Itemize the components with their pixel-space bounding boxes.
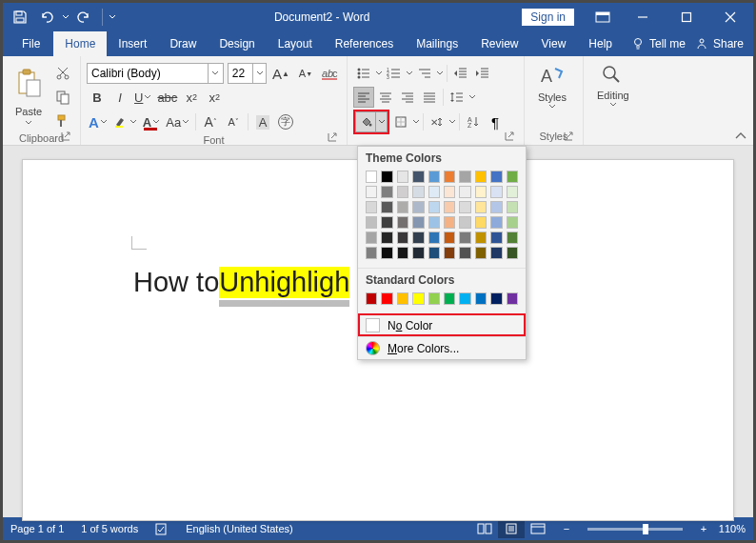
borders-button[interactable]: [390, 111, 411, 132]
save-icon[interactable]: [9, 6, 31, 29]
color-swatch[interactable]: [397, 216, 408, 229]
font-dialog-launcher[interactable]: [328, 132, 339, 144]
color-swatch[interactable]: [444, 216, 455, 229]
color-swatch[interactable]: [490, 231, 502, 244]
color-swatch[interactable]: [459, 201, 470, 213]
show-hide-button[interactable]: ¶: [485, 111, 506, 132]
color-swatch[interactable]: [428, 186, 440, 198]
shrink-font-2-button[interactable]: A˅: [223, 111, 244, 132]
clipboard-dialog-launcher[interactable]: [61, 131, 72, 143]
text-effects-button[interactable]: A: [87, 111, 109, 132]
multilevel-dropdown[interactable]: [436, 70, 444, 77]
color-swatch[interactable]: [428, 171, 440, 183]
color-swatch[interactable]: [475, 201, 487, 213]
color-swatch[interactable]: [412, 231, 424, 244]
paragraph-dialog-launcher[interactable]: [505, 131, 516, 143]
tab-design[interactable]: Design: [208, 31, 266, 56]
format-painter-button[interactable]: [52, 111, 73, 131]
font-name-combo[interactable]: Calibri (Body): [87, 63, 224, 84]
color-swatch[interactable]: [428, 231, 440, 244]
tab-mailings[interactable]: Mailings: [405, 31, 469, 56]
color-swatch[interactable]: [490, 186, 502, 198]
ribbon-display-options[interactable]: [586, 4, 620, 30]
color-swatch[interactable]: [490, 216, 502, 229]
color-swatch[interactable]: [412, 216, 424, 229]
paste-dropdown[interactable]: [25, 119, 32, 127]
minimize-button[interactable]: [622, 4, 664, 30]
zoom-in-button[interactable]: +: [696, 523, 711, 534]
tell-me[interactable]: Tell me: [631, 37, 686, 50]
italic-button[interactable]: I: [109, 87, 130, 108]
qat-customize[interactable]: [109, 13, 116, 21]
color-swatch[interactable]: [366, 231, 377, 244]
web-layout-button[interactable]: [525, 519, 551, 538]
color-swatch[interactable]: [475, 171, 487, 183]
color-swatch[interactable]: [366, 247, 377, 259]
color-swatch[interactable]: [412, 201, 424, 213]
undo-button[interactable]: [35, 6, 58, 29]
paste-button[interactable]: [11, 62, 46, 104]
line-spacing-button[interactable]: [447, 87, 468, 108]
color-swatch[interactable]: [428, 292, 440, 305]
tab-review[interactable]: Review: [469, 31, 529, 56]
multilevel-list-button[interactable]: [414, 63, 435, 84]
color-swatch[interactable]: [490, 201, 502, 213]
maximize-button[interactable]: [666, 4, 707, 30]
color-swatch[interactable]: [381, 201, 392, 213]
color-swatch[interactable]: [397, 247, 408, 259]
color-swatch[interactable]: [397, 231, 408, 244]
enclose-characters-button[interactable]: 字: [275, 111, 296, 132]
justify-button[interactable]: [419, 87, 440, 108]
color-swatch[interactable]: [507, 201, 518, 213]
color-swatch[interactable]: [428, 216, 440, 229]
color-swatch[interactable]: [475, 247, 487, 259]
tab-view[interactable]: View: [530, 31, 578, 56]
color-swatch[interactable]: [507, 186, 518, 198]
underline-button[interactable]: U: [132, 87, 153, 108]
color-swatch[interactable]: [507, 247, 518, 259]
color-swatch[interactable]: [381, 186, 392, 198]
color-swatch[interactable]: [507, 171, 518, 183]
color-swatch[interactable]: [444, 292, 455, 305]
clear-formatting-button[interactable]: abc: [320, 63, 341, 84]
tab-layout[interactable]: Layout: [267, 31, 324, 56]
color-swatch[interactable]: [459, 216, 470, 229]
sort-button[interactable]: AZ: [463, 111, 484, 132]
language-indicator[interactable]: English (United States): [186, 523, 293, 534]
color-swatch[interactable]: [490, 171, 502, 183]
no-color-item[interactable]: No Color: [358, 313, 526, 336]
color-swatch[interactable]: [412, 292, 424, 305]
zoom-level[interactable]: 110%: [719, 523, 746, 534]
increase-indent-button[interactable]: [472, 63, 493, 84]
document-text[interactable]: How to Unhighligh: [133, 267, 349, 298]
color-swatch[interactable]: [490, 247, 502, 259]
font-size-combo[interactable]: 22: [228, 63, 267, 84]
color-swatch[interactable]: [507, 231, 518, 244]
cut-button[interactable]: [52, 63, 73, 84]
character-shading-button[interactable]: A: [252, 111, 273, 132]
line-spacing-dropdown[interactable]: [468, 93, 476, 101]
print-layout-button[interactable]: [498, 519, 525, 538]
color-swatch[interactable]: [475, 186, 487, 198]
color-swatch[interactable]: [381, 292, 392, 305]
grow-font-2-button[interactable]: A˄: [200, 111, 221, 132]
color-swatch[interactable]: [459, 231, 470, 244]
word-count[interactable]: 1 of 5 words: [81, 523, 138, 534]
borders-dropdown[interactable]: [412, 118, 420, 126]
read-mode-button[interactable]: [471, 519, 498, 538]
align-left-button[interactable]: [353, 87, 374, 108]
undo-dropdown[interactable]: [62, 13, 70, 21]
copy-button[interactable]: [52, 87, 73, 108]
share-button[interactable]: Share: [695, 37, 744, 50]
styles-dialog-launcher[interactable]: [564, 131, 575, 143]
color-swatch[interactable]: [459, 247, 470, 259]
tab-draw[interactable]: Draw: [158, 31, 208, 56]
color-swatch[interactable]: [475, 231, 487, 244]
color-swatch[interactable]: [444, 201, 455, 213]
shrink-font-button[interactable]: A▼: [295, 63, 316, 84]
shading-button[interactable]: [355, 111, 376, 132]
strikethrough-button[interactable]: abc: [155, 87, 179, 108]
color-swatch[interactable]: [366, 186, 377, 198]
color-swatch[interactable]: [428, 247, 440, 259]
color-swatch[interactable]: [366, 216, 377, 229]
